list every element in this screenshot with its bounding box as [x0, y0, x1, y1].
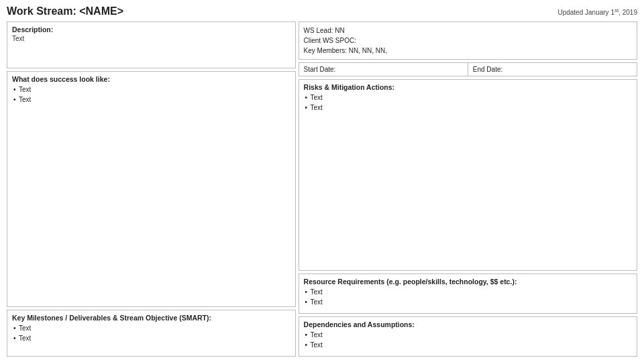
updated-date: Updated January 1st, 2019	[557, 7, 637, 16]
client-ws-spoc: Client WS SPOC:	[304, 36, 632, 46]
list-item: Text	[304, 287, 632, 297]
end-date-label: End Date:	[473, 66, 502, 73]
dependencies-label: Dependencies and Assumptions:	[304, 320, 632, 328]
list-item: Text	[304, 103, 632, 113]
list-item: Text	[12, 95, 290, 105]
resources-label: Resource Requirements (e.g. people/skill…	[304, 278, 632, 286]
end-date-cell: End Date:	[468, 63, 637, 76]
milestones-list: Text Text	[12, 323, 290, 343]
risks-box: Risks & Mitigation Actions: Text Text	[299, 79, 637, 271]
ws-info-box: WS Lead: NN Client WS SPOC: Key Members:…	[299, 21, 637, 60]
start-date-cell: Start Date:	[299, 63, 468, 76]
header: Work Stream: <NAME> Updated January 1st,…	[7, 5, 637, 17]
right-column: WS Lead: NN Client WS SPOC: Key Members:…	[299, 21, 637, 357]
ws-lead: WS Lead: NN	[304, 25, 632, 36]
list-item: Text	[304, 330, 632, 340]
dates-box: Start Date: End Date:	[299, 62, 637, 76]
list-item: Text	[12, 333, 290, 343]
resources-box: Resource Requirements (e.g. people/skill…	[299, 274, 637, 314]
key-members: Key Members: NN, NN, NN,	[304, 46, 632, 56]
risks-list: Text Text	[304, 93, 632, 113]
resources-list: Text Text	[304, 287, 632, 307]
description-text: Text	[12, 35, 290, 42]
success-box: What does success look like: Text Text	[7, 71, 296, 307]
milestones-label: Key Milestones / Deliverables & Stream O…	[12, 314, 290, 322]
main-content: Description: Text What does success look…	[7, 21, 637, 357]
page-title: Work Stream: <NAME>	[7, 5, 123, 17]
success-label: What does success look like:	[12, 75, 290, 83]
list-item: Text	[304, 297, 632, 307]
description-label: Description:	[12, 25, 290, 34]
list-item: Text	[304, 340, 632, 350]
start-date-label: Start Date:	[304, 66, 336, 73]
list-item: Text	[12, 84, 290, 95]
description-box: Description: Text	[7, 21, 296, 68]
milestones-box: Key Milestones / Deliverables & Stream O…	[7, 310, 296, 357]
risks-label: Risks & Mitigation Actions:	[304, 83, 632, 91]
list-item: Text	[304, 93, 632, 103]
success-list: Text Text	[12, 84, 290, 105]
dependencies-box: Dependencies and Assumptions: Text Text	[299, 316, 637, 357]
dependencies-list: Text Text	[304, 330, 632, 350]
list-item: Text	[12, 323, 290, 333]
left-column: Description: Text What does success look…	[7, 21, 296, 357]
page: Work Stream: <NAME> Updated January 1st,…	[0, 0, 644, 362]
